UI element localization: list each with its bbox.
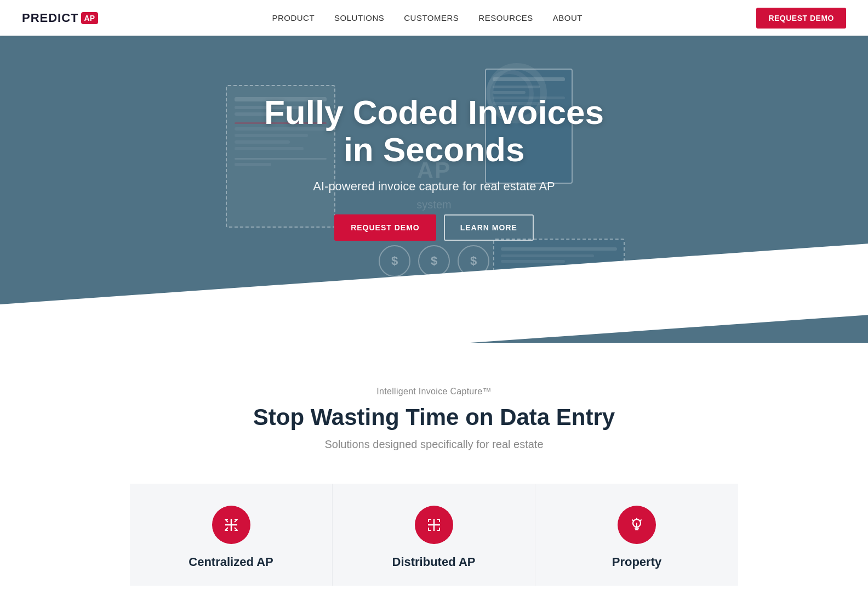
nav-item-about[interactable]: ABOUT bbox=[553, 13, 583, 23]
card-title-property: Property bbox=[552, 555, 722, 569]
hero-content: Fully Coded Invoices in Seconds AI-power… bbox=[253, 61, 615, 318]
hero-section: AP system $ $ $ Fully Coded Invoices in … bbox=[0, 36, 868, 343]
logo-text: PREDICT bbox=[22, 11, 79, 25]
nav-link-customers[interactable]: CUSTOMERS bbox=[404, 13, 459, 22]
property-icon bbox=[618, 506, 656, 544]
hero-title-line1: Fully Coded Invoices bbox=[264, 93, 604, 131]
section-title: Stop Wasting Time on Data Entry bbox=[22, 404, 846, 431]
nav-item-solutions[interactable]: SOLUTIONS bbox=[334, 13, 384, 23]
expand-icon bbox=[425, 516, 443, 534]
card-distributed-ap: Distributed AP bbox=[333, 484, 535, 586]
logo-badge: AP bbox=[81, 12, 98, 24]
hero-demo-button[interactable]: REQUEST DEMO bbox=[334, 214, 436, 241]
hero-learn-button[interactable]: LEARN MORE bbox=[444, 214, 534, 241]
lightbulb-icon bbox=[628, 516, 646, 534]
nav-item-resources[interactable]: RESOURCES bbox=[478, 13, 533, 23]
card-title-centralized: Centralized AP bbox=[146, 555, 316, 569]
navbar: PREDICT AP PRODUCT SOLUTIONS CUSTOMERS R… bbox=[0, 0, 868, 36]
nav-item-product[interactable]: PRODUCT bbox=[272, 13, 315, 23]
section-description: Solutions designed specifically for real… bbox=[22, 438, 846, 451]
cards-row: Centralized AP Distributed AP bbox=[22, 484, 846, 586]
collapse-icon bbox=[222, 516, 240, 534]
logo[interactable]: PREDICT AP bbox=[22, 11, 98, 25]
hero-title-line2: in Seconds bbox=[344, 131, 525, 168]
svg-line-9 bbox=[641, 520, 642, 521]
middle-section: Intelligent Invoice Capture™ Stop Wastin… bbox=[0, 343, 868, 606]
nav-link-product[interactable]: PRODUCT bbox=[272, 13, 315, 22]
svg-line-8 bbox=[632, 520, 633, 521]
nav-link-solutions[interactable]: SOLUTIONS bbox=[334, 13, 384, 22]
request-demo-nav-button[interactable]: REQUEST DEMO bbox=[756, 8, 846, 29]
nav-item-customers[interactable]: CUSTOMERS bbox=[404, 13, 459, 23]
card-property: Property bbox=[535, 484, 738, 586]
nav-link-about[interactable]: ABOUT bbox=[553, 13, 583, 22]
nav-links: PRODUCT SOLUTIONS CUSTOMERS RESOURCES AB… bbox=[272, 13, 583, 23]
hero-title: Fully Coded Invoices in Seconds bbox=[264, 94, 604, 168]
card-title-distributed: Distributed AP bbox=[349, 555, 518, 569]
card-centralized-ap: Centralized AP bbox=[130, 484, 333, 586]
centralized-ap-icon bbox=[212, 506, 250, 544]
section-label: Intelligent Invoice Capture™ bbox=[22, 387, 846, 397]
nav-link-resources[interactable]: RESOURCES bbox=[478, 13, 533, 22]
hero-subtitle: AI-powered invoice capture for real esta… bbox=[264, 179, 604, 194]
distributed-ap-icon bbox=[415, 506, 453, 544]
hero-buttons: REQUEST DEMO LEARN MORE bbox=[264, 214, 604, 241]
